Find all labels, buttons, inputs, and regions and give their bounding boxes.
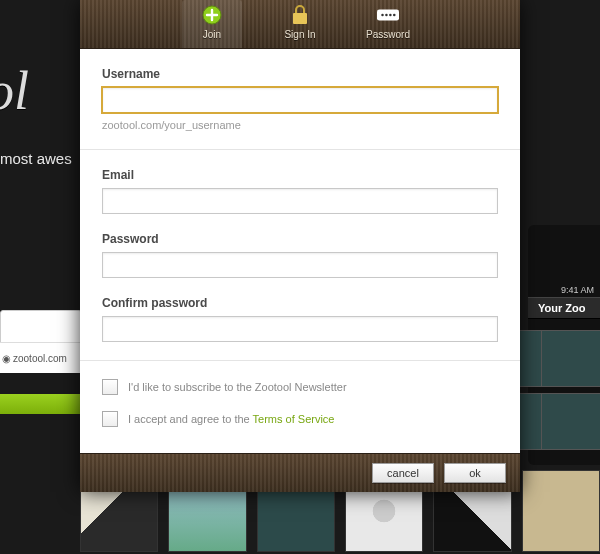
divider [80, 360, 520, 361]
signup-modal: Join Sign In Password Username zootool.c… [80, 0, 520, 492]
newsletter-label: I'd like to subscribe to the Zootool New… [128, 381, 347, 393]
password-dots-icon [377, 4, 399, 26]
newsletter-checkbox[interactable] [102, 379, 118, 395]
svg-rect-2 [377, 10, 399, 21]
svg-point-6 [393, 14, 396, 17]
modal-tabs-bar: Join Sign In Password [80, 0, 520, 49]
password-label: Password [102, 232, 498, 246]
tos-label-wrap: I accept and agree to the Terms of Servi… [128, 413, 334, 425]
lock-icon [289, 4, 311, 26]
password-input[interactable] [102, 252, 498, 278]
divider [80, 149, 520, 150]
tos-checkbox[interactable] [102, 411, 118, 427]
join-icon [201, 4, 223, 26]
tos-link[interactable]: Terms of Service [253, 413, 335, 425]
field-email: Email [102, 168, 498, 214]
ok-button[interactable]: ok [444, 463, 506, 483]
tos-prefix: I accept and agree to the [128, 413, 253, 425]
tos-row: I accept and agree to the Terms of Servi… [102, 411, 498, 427]
confirm-password-label: Confirm password [102, 296, 498, 310]
newsletter-row: I'd like to subscribe to the Zootool New… [102, 379, 498, 395]
globe-icon: ◉ [2, 353, 11, 364]
tab-join[interactable]: Join [182, 0, 242, 48]
bg-phone-time: 9:41 AM [528, 225, 600, 297]
field-password: Password [102, 232, 498, 278]
bg-address-bar: ◉ zootool.com [0, 342, 82, 373]
signup-form: Username zootool.com/your_username Email… [80, 49, 520, 453]
cancel-button[interactable]: cancel [372, 463, 434, 483]
svg-point-3 [381, 14, 384, 17]
username-input[interactable] [102, 87, 498, 113]
username-hint: zootool.com/your_username [102, 119, 498, 131]
email-label: Email [102, 168, 498, 182]
tab-signin-label: Sign In [284, 29, 315, 40]
confirm-password-input[interactable] [102, 316, 498, 342]
bg-logo-fragment: ool [0, 60, 29, 122]
svg-rect-1 [293, 13, 307, 24]
field-username: Username zootool.com/your_username [102, 67, 498, 131]
modal-footer: cancel ok [80, 453, 520, 492]
tab-signin[interactable]: Sign In [270, 0, 330, 48]
email-input[interactable] [102, 188, 498, 214]
bg-address-text: zootool.com [13, 353, 67, 364]
svg-point-4 [385, 14, 388, 17]
bg-green-bar [0, 394, 80, 414]
bg-phone-title: Your Zoo [528, 297, 600, 319]
tab-password[interactable]: Password [358, 0, 418, 48]
field-confirm-password: Confirm password [102, 296, 498, 342]
tab-join-label: Join [203, 29, 221, 40]
username-label: Username [102, 67, 498, 81]
tab-password-label: Password [366, 29, 410, 40]
svg-point-5 [389, 14, 392, 17]
bg-tagline-fragment: most awes [0, 150, 72, 167]
